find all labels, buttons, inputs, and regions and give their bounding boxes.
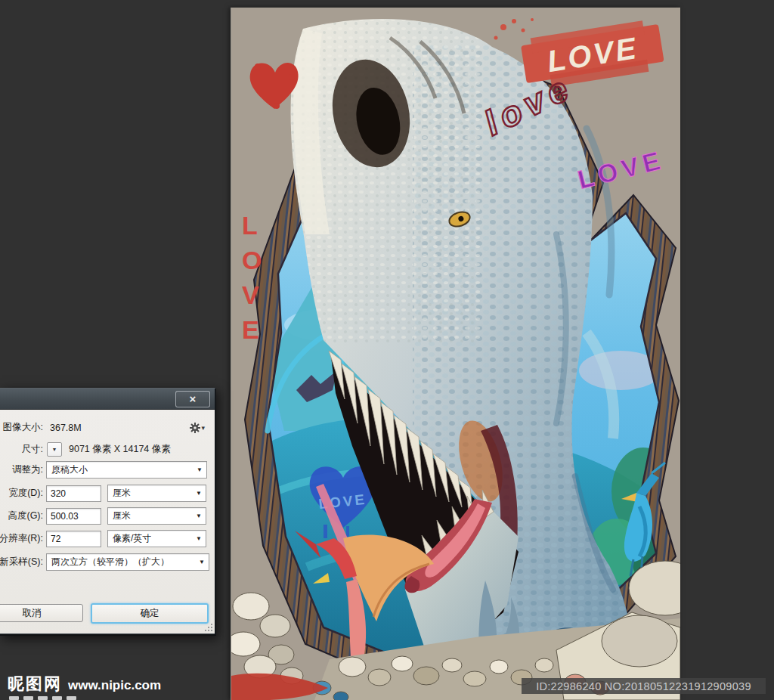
dialog-body: 图像大小: 367.8M ▾ 尺寸: ▼ xyxy=(0,410,215,633)
cancel-button[interactable]: 取消 xyxy=(0,604,83,622)
gear-icon xyxy=(190,423,200,433)
width-unit-select[interactable]: 厘米 ▼ xyxy=(107,485,206,502)
image-size-label: 图像大小: xyxy=(3,421,43,434)
height-label: 高度(G): xyxy=(8,510,43,522)
ok-button-label: 确定 xyxy=(141,607,159,620)
resolution-label: 分辨率(R): xyxy=(0,532,43,545)
fit-to-row: 调整为: 原稿大小 ▼ xyxy=(0,461,207,479)
photoshop-workspace: LOVE xyxy=(0,0,774,700)
resolution-row: 分辨率(R): 像素/英寸 ▼ xyxy=(0,530,206,547)
image-size-dialog: × 图像大小: 367.8M ▾ 尺寸: xyxy=(0,388,216,636)
close-button[interactable]: × xyxy=(175,391,210,407)
chevron-down-icon: ▼ xyxy=(196,535,202,542)
resolution-unit-value: 像素/英寸 xyxy=(108,532,151,545)
width-input[interactable] xyxy=(46,485,101,502)
fit-to-select[interactable]: 原稿大小 ▼ xyxy=(46,461,207,479)
width-unit-value: 厘米 xyxy=(108,487,131,500)
image-id-text: ID:22986240 NO:20180512231912909039 xyxy=(536,680,751,692)
chevron-down-icon: ▼ xyxy=(52,447,57,452)
resolution-input[interactable] xyxy=(46,531,101,547)
chevron-down-icon: ▼ xyxy=(196,490,202,497)
dimensions-label: 尺寸: xyxy=(22,443,43,456)
height-row: 高度(G): 厘米 ▼ xyxy=(0,507,206,525)
resample-label: 重新采样(S): xyxy=(0,556,43,568)
nipic-logo: 昵图网 www.nipic.com xyxy=(8,673,161,695)
nipic-logo-cn: 昵图网 xyxy=(8,673,62,695)
artwork-canvas[interactable]: LOVE xyxy=(231,8,680,700)
fit-to-label: 调整为: xyxy=(12,463,43,476)
height-unit-select[interactable]: 厘米 ▼ xyxy=(107,507,206,525)
resample-select[interactable]: 两次立方（较平滑）（扩大） ▼ xyxy=(46,553,209,571)
dialog-titlebar[interactable]: × xyxy=(0,389,215,410)
fit-to-value: 原稿大小 xyxy=(47,463,88,476)
ok-button[interactable]: 确定 xyxy=(91,603,209,624)
resample-row: 重新采样(S): 两次立方（较平滑）（扩大） ▼ xyxy=(0,553,209,571)
image-size-row: 图像大小: 367.8M xyxy=(0,419,82,436)
chevron-down-icon: ▼ xyxy=(196,513,202,519)
cutoff-text-fragment xyxy=(9,696,81,700)
dinosaur-mural: LOVE xyxy=(231,8,680,700)
height-unit-value: 厘米 xyxy=(108,510,131,522)
cancel-button-label: 取消 xyxy=(23,607,42,620)
resolution-unit-select[interactable]: 像素/英寸 ▼ xyxy=(107,530,206,547)
resize-grip[interactable] xyxy=(203,622,212,631)
image-id-strip: ID:22986240 NO:20180512231912909039 xyxy=(522,678,766,694)
width-row: 宽度(D): 厘米 ▼ xyxy=(0,485,206,502)
gear-menu-button[interactable]: ▾ xyxy=(190,423,205,433)
height-input[interactable] xyxy=(46,508,101,525)
resample-value: 两次立方（较平滑）（扩大） xyxy=(47,556,169,568)
dimensions-value: 9071 像素 X 14174 像素 xyxy=(69,443,171,456)
dimensions-row: 尺寸: ▼ 9071 像素 X 14174 像素 xyxy=(0,441,171,458)
image-size-value: 367.8M xyxy=(50,423,82,433)
chevron-down-icon: ▼ xyxy=(199,559,205,565)
gear-menu-arrow: ▾ xyxy=(201,424,205,432)
nipic-logo-url: www.nipic.com xyxy=(68,678,161,693)
chevron-down-icon: ▼ xyxy=(197,466,203,473)
width-label: 宽度(D): xyxy=(8,487,43,500)
dimensions-unit-button[interactable]: ▼ xyxy=(47,442,62,457)
close-icon: × xyxy=(190,392,197,405)
